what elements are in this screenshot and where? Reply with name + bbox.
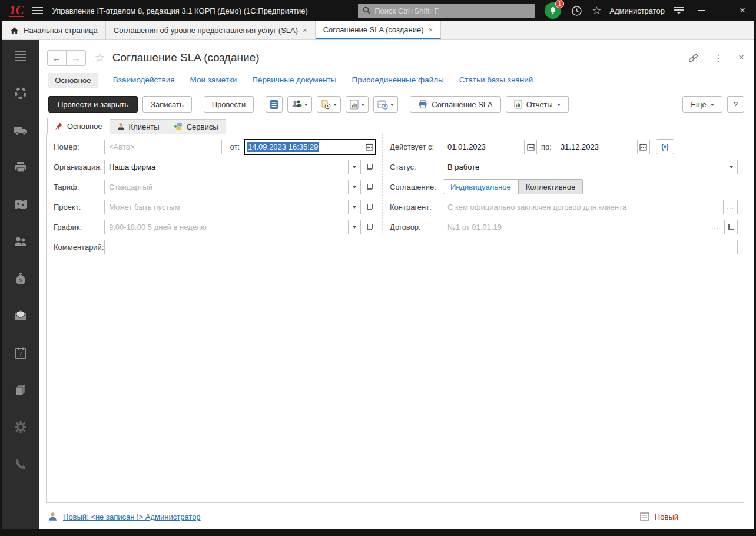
valid-to-field: [556, 140, 650, 154]
row-counterparty: Контрагент: ...: [390, 199, 738, 214]
favorite-star-icon[interactable]: ☆: [94, 51, 105, 65]
calendar-clock-icon: [377, 100, 388, 110]
service-menu-icon[interactable]: [674, 7, 684, 14]
sidebar-item-logistics[interactable]: [13, 123, 28, 138]
agreement-collective-button[interactable]: Коллективное: [519, 179, 583, 194]
tab-services[interactable]: Сервисы: [167, 119, 226, 134]
open-icon: [728, 224, 734, 230]
tariff-dropdown-button[interactable]: [348, 180, 360, 194]
nav-item-notes[interactable]: Мои заметки: [190, 75, 237, 85]
tab-sla-create[interactable]: Соглашение SLA (создание) ×: [316, 21, 441, 39]
sidebar-item-calendar[interactable]: 7: [13, 345, 28, 360]
history-button[interactable]: [571, 5, 582, 16]
based-on-clients-button[interactable]: [287, 96, 312, 113]
organization-dropdown-button[interactable]: [348, 160, 360, 174]
window-close-button[interactable]: ×: [740, 5, 745, 16]
row-tariff: Тариф:: [54, 179, 376, 194]
contract-choose-button[interactable]: ...: [708, 220, 722, 234]
nav-item-primary-docs[interactable]: Первичные документы: [252, 75, 336, 85]
people-icon: [13, 234, 28, 249]
help-button[interactable]: ?: [727, 96, 744, 113]
dropdown-caret-icon: [711, 104, 714, 106]
tab-clients[interactable]: Клиенты: [110, 119, 167, 134]
schedule-input[interactable]: [105, 220, 348, 234]
tariff-open-button[interactable]: [363, 180, 376, 194]
sidebar-item-employees[interactable]: [13, 234, 28, 249]
sidebar-item-print[interactable]: [13, 160, 28, 175]
main-menu-icon[interactable]: [32, 7, 43, 14]
calendar-picker-button[interactable]: [524, 140, 536, 154]
valid-from-input[interactable]: [443, 140, 524, 154]
from-label: от:: [230, 143, 240, 151]
comment-input[interactable]: [105, 240, 737, 254]
sidebar-item-documents[interactable]: [13, 382, 28, 398]
period-select-button[interactable]: (•): [656, 139, 674, 154]
counterparty-choose-button[interactable]: ...: [723, 200, 737, 214]
counterparty-input[interactable]: [443, 200, 723, 214]
tab-home[interactable]: Начальная страница: [2, 21, 106, 39]
title-bar: 1С Управление IT-отделом 8, редакция 3.1…: [2, 0, 754, 21]
create-task-button[interactable]: [317, 96, 341, 113]
document-status-link[interactable]: Новый: <не записан !> Администратор: [63, 512, 201, 521]
nav-item-knowledge-base[interactable]: Статьи базы знаний: [459, 75, 533, 85]
organization-input[interactable]: [105, 160, 348, 174]
schedule-dropdown-button[interactable]: [348, 220, 360, 234]
window-minimize-button[interactable]: [698, 10, 705, 11]
comment-field: [104, 240, 738, 254]
sidebar-item-desktop[interactable]: [13, 48, 28, 64]
window-maximize-button[interactable]: [719, 8, 725, 14]
save-button[interactable]: Записать: [142, 96, 192, 113]
planner-button[interactable]: [373, 96, 398, 113]
nav-item-interactions[interactable]: Взаимодействия: [113, 75, 175, 85]
register-records-button[interactable]: [266, 96, 283, 113]
sidebar-item-finance[interactable]: $: [13, 271, 28, 286]
kebab-menu-icon[interactable]: ⋮: [714, 52, 723, 64]
sidebar-item-telephony[interactable]: [13, 456, 28, 472]
date-input[interactable]: 14.09.2023 16:35:29: [245, 140, 363, 154]
open-windows-tabbar: Начальная страница Соглашения об уровне …: [2, 21, 754, 40]
tab-close-icon[interactable]: ×: [429, 25, 433, 34]
project-input[interactable]: [105, 200, 348, 214]
link-icon[interactable]: [688, 53, 698, 63]
tab-label: Соглашение SLA (создание): [323, 25, 424, 34]
tab-sla-list[interactable]: Соглашения об уровне предоставления услу…: [106, 21, 316, 39]
project-open-button[interactable]: [363, 200, 376, 214]
notifications-button[interactable]: 1: [544, 2, 562, 19]
tab-main[interactable]: Основное: [47, 118, 110, 134]
create-report-button[interactable]: [346, 96, 369, 113]
sidebar-item-mail[interactable]: [13, 308, 28, 323]
contract-input[interactable]: [443, 220, 708, 234]
nav-item-main[interactable]: Основное: [48, 73, 98, 88]
nav-item-attached-files[interactable]: Присоединенные файлы: [352, 75, 443, 85]
valid-to-input[interactable]: [556, 140, 637, 154]
form-close-icon[interactable]: ×: [738, 52, 744, 64]
organization-open-button[interactable]: [363, 160, 376, 174]
reports-button[interactable]: Отчеты: [506, 96, 569, 113]
calendar-picker-button[interactable]: [363, 140, 375, 154]
back-button[interactable]: ←: [48, 51, 67, 65]
1c-logo-icon: 1С: [9, 4, 24, 17]
post-and-close-button[interactable]: Провести и закрыть: [48, 96, 138, 113]
tariff-input[interactable]: [105, 180, 348, 194]
project-dropdown-button[interactable]: [348, 200, 360, 214]
sidebar-item-knowledge-map[interactable]: [13, 197, 28, 212]
global-search-input[interactable]: Поиск Ctrl+Shift+F: [358, 4, 535, 18]
calendar-picker-button[interactable]: [637, 140, 649, 154]
tab-close-icon[interactable]: ×: [303, 26, 307, 35]
row-status: Статус:: [390, 159, 738, 174]
print-sla-button[interactable]: Соглашение SLA: [410, 96, 500, 113]
number-input[interactable]: [105, 140, 221, 154]
sidebar-item-support[interactable]: [13, 85, 28, 101]
sidebar-item-settings[interactable]: [13, 419, 28, 435]
status-input[interactable]: [443, 160, 725, 174]
favorites-button[interactable]: ☆: [592, 4, 601, 17]
schedule-open-button[interactable]: [363, 220, 376, 234]
post-button[interactable]: Провести: [204, 96, 254, 113]
current-user[interactable]: Администратор: [609, 6, 665, 15]
more-button[interactable]: Еще: [682, 96, 722, 113]
status-dropdown-button[interactable]: [725, 160, 737, 174]
agreement-individual-button[interactable]: Индивидуальное: [443, 179, 519, 194]
contract-open-button[interactable]: [724, 220, 738, 234]
project-field: [104, 200, 361, 214]
forward-button[interactable]: →: [67, 51, 85, 65]
